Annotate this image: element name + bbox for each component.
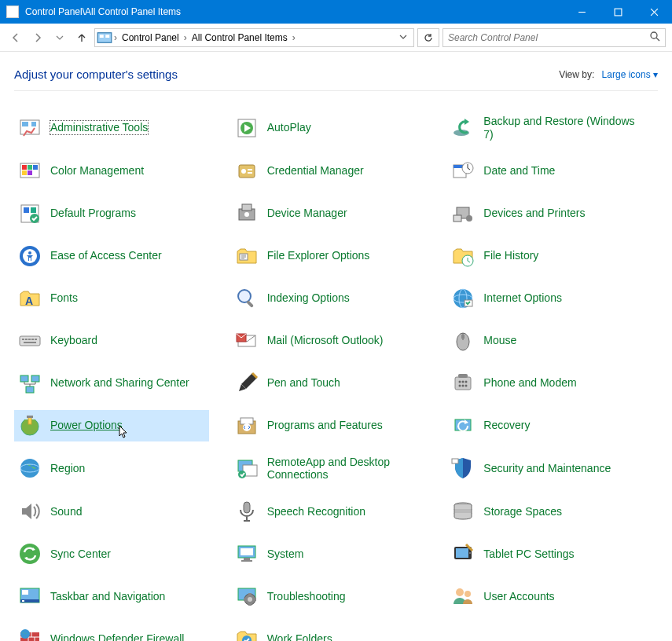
cp-item-sound[interactable]: Sound [14, 496, 209, 527]
svg-rect-17 [28, 165, 32, 170]
cp-item-speech[interactable]: Speech Recognition [231, 496, 426, 527]
svg-point-37 [466, 215, 472, 222]
svg-rect-63 [26, 386, 34, 393]
cp-item-datetime[interactable]: Date and Time [447, 156, 642, 187]
cp-item-power[interactable]: Power Options [14, 410, 209, 441]
cp-item-region[interactable]: Region [14, 452, 209, 485]
item-label: Power Options [50, 419, 123, 432]
cp-item-troubleshoot[interactable]: Troubleshooting [231, 581, 426, 612]
cp-item-fonts[interactable]: AFonts [14, 283, 209, 314]
cp-item-devicemgr[interactable]: Device Manager [231, 198, 426, 229]
window-controls [564, 0, 672, 24]
cp-item-autoplay[interactable]: AutoPlay [231, 112, 426, 145]
programs-icon [234, 413, 259, 438]
maximize-button[interactable] [600, 0, 636, 24]
tablet-icon [450, 541, 476, 566]
cp-item-color[interactable]: Color Management [14, 156, 209, 187]
pen-icon [234, 371, 259, 396]
svg-rect-103 [244, 598, 246, 601]
cp-item-programs[interactable]: Programs and Features [231, 410, 426, 441]
chevron-right-icon[interactable]: › [182, 32, 189, 43]
view-by: View by: Large icons ▾ [559, 69, 658, 80]
close-button[interactable] [636, 0, 672, 24]
keyboard-icon [17, 328, 42, 353]
address-dropdown[interactable] [395, 32, 412, 43]
svg-rect-33 [242, 204, 252, 211]
cp-item-folderopt[interactable]: File Explorer Options [231, 240, 426, 272]
cp-item-pen[interactable]: Pen and Touch [231, 368, 426, 399]
item-label: Taskbar and Navigation [50, 590, 165, 603]
header-row: Adjust your computer's settings View by:… [14, 68, 658, 91]
breadcrumb-root[interactable]: Control Panel [119, 29, 182, 46]
refresh-button[interactable] [417, 28, 439, 47]
search-box[interactable] [442, 28, 666, 47]
svg-rect-50 [22, 339, 24, 340]
cp-item-users[interactable]: User Accounts [447, 581, 642, 612]
cp-item-backup[interactable]: Backup and Restore (Windows 7) [447, 112, 642, 145]
region-icon [17, 456, 42, 481]
item-label: Date and Time [483, 164, 555, 178]
minimize-button[interactable] [564, 0, 600, 24]
breadcrumb-child[interactable]: All Control Panel Items [189, 29, 291, 46]
cp-item-firewall[interactable]: Windows Defender Firewall [14, 623, 209, 641]
item-label: Default Programs [50, 207, 136, 220]
cp-item-internet[interactable]: Internet Options [447, 283, 642, 314]
svg-rect-84 [244, 502, 250, 513]
svg-rect-49 [20, 336, 40, 346]
up-button[interactable] [72, 28, 91, 47]
svg-point-22 [241, 169, 246, 174]
cp-item-network[interactable]: Network and Sharing Center [14, 368, 209, 399]
cp-item-security[interactable]: Security and Maintenance [447, 452, 642, 485]
chevron-right-icon[interactable]: › [112, 32, 119, 43]
cp-item-system[interactable]: System [231, 538, 426, 570]
cp-item-phone[interactable]: Phone and Modem [447, 368, 642, 399]
cp-item-devices[interactable]: Devices and Printers [447, 198, 642, 229]
svg-point-86 [20, 544, 40, 564]
mail-icon [234, 328, 259, 353]
search-input[interactable] [448, 32, 649, 43]
cp-item-workfolders[interactable]: Work Folders [231, 623, 426, 641]
svg-rect-102 [248, 603, 252, 606]
backup-icon [450, 115, 476, 141]
item-label: Fonts [50, 291, 78, 305]
cp-item-keyboard[interactable]: Keyboard [14, 325, 209, 357]
cp-item-storage[interactable]: Storage Spaces [447, 496, 642, 527]
cp-item-sync[interactable]: Sync Center [14, 538, 209, 570]
item-label: Troubleshooting [267, 590, 346, 603]
cp-item-defaults[interactable]: Default Programs [14, 198, 209, 229]
cp-item-recovery[interactable]: Recovery [447, 410, 642, 441]
internet-icon [450, 286, 476, 311]
svg-point-69 [459, 384, 461, 386]
speech-icon [234, 499, 259, 524]
item-label: Ease of Access Center [50, 249, 162, 262]
cp-item-mouse[interactable]: Mouse [447, 325, 642, 357]
item-label: Region [50, 462, 85, 475]
cp-item-tablet[interactable]: Tablet PC Settings [447, 538, 642, 570]
viewby-dropdown[interactable]: Large icons ▾ [602, 69, 658, 80]
cp-item-credential[interactable]: Credential Manager [231, 156, 426, 187]
cp-item-remoteapp[interactable]: RemoteApp and Desktop Connections [231, 452, 426, 485]
cp-item-mail[interactable]: Mail (Microsoft Outlook) [231, 325, 426, 357]
cp-item-ease[interactable]: Ease of Access Center [14, 240, 209, 272]
remoteapp-icon [234, 456, 259, 481]
cp-item-taskbar[interactable]: Taskbar and Navigation [14, 581, 209, 612]
address-bar[interactable]: › Control Panel › All Control Panel Item… [94, 28, 414, 47]
forward-button[interactable] [28, 28, 47, 47]
search-icon[interactable] [649, 31, 660, 44]
phone-icon [450, 371, 476, 396]
back-button[interactable] [6, 28, 25, 47]
cp-item-filehistory[interactable]: File History [447, 240, 642, 272]
svg-rect-92 [456, 548, 468, 558]
datetime-icon [450, 159, 476, 184]
svg-point-70 [462, 384, 465, 386]
svg-rect-73 [27, 416, 33, 418]
svg-point-71 [465, 384, 468, 386]
svg-rect-44 [246, 300, 254, 308]
cp-item-admin-tools[interactable]: Administrative Tools [14, 112, 209, 145]
chevron-right-icon[interactable]: › [291, 32, 297, 43]
svg-rect-23 [248, 169, 252, 170]
recent-dropdown[interactable] [50, 28, 69, 47]
cp-item-indexing[interactable]: Indexing Options [231, 283, 426, 314]
item-label: Sync Center [50, 548, 111, 561]
taskbar-icon [17, 584, 42, 609]
